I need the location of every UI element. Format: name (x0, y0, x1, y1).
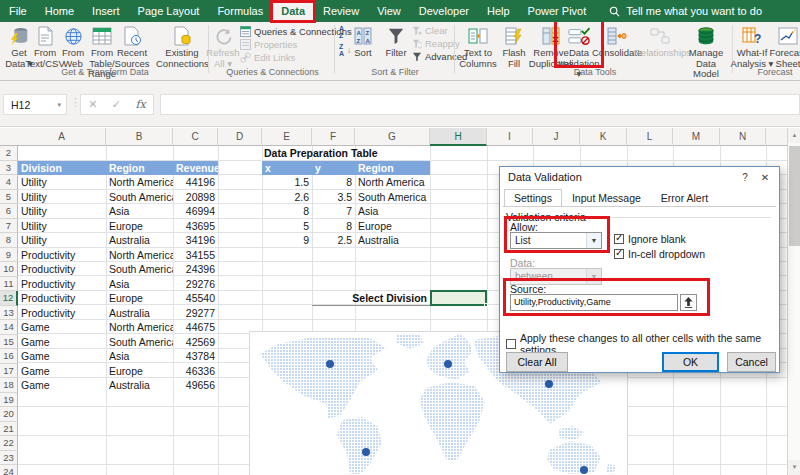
manage-data-model-button[interactable]: Manage Data Model (683, 24, 729, 80)
table-row[interactable]: 58Europe (262, 219, 430, 234)
table-cell[interactable]: South America (106, 190, 173, 205)
table-cell[interactable]: y (312, 161, 355, 176)
table-row[interactable]: ProductivityAustralia29277 (18, 306, 218, 321)
dialog-tab-error-alert[interactable]: Error Alert (651, 189, 718, 207)
scrollbar-thumb[interactable] (789, 146, 800, 246)
table-row[interactable]: 87Asia (262, 204, 430, 219)
properties-button[interactable]: Properties (240, 39, 297, 50)
table-cell[interactable]: 44675 (173, 320, 218, 335)
range-picker-button[interactable] (680, 294, 697, 311)
row-header-2[interactable]: 2 (0, 146, 18, 161)
table-cell[interactable]: 7 (312, 204, 355, 219)
table-row[interactable]: 1.58North America (262, 175, 430, 190)
table-cell[interactable]: Game (18, 320, 106, 335)
dialog-help-icon[interactable]: ? (737, 170, 753, 185)
incell-dropdown-checkbox[interactable]: In-cell dropdown (614, 248, 705, 260)
table-cell[interactable]: Europe (106, 291, 173, 306)
table-row[interactable]: 92.5Australia (262, 233, 430, 248)
column-header-N[interactable]: N (720, 128, 766, 146)
table-cell[interactable]: Utility (18, 175, 106, 190)
scroll-up-icon[interactable]: ▲ (788, 128, 800, 143)
table-cell[interactable]: Division (18, 161, 106, 176)
table-row[interactable]: UtilityAsia46994 (18, 204, 218, 219)
tab-insert[interactable]: Insert (83, 1, 129, 22)
table-row[interactable]: GameEurope46336 (18, 364, 218, 379)
table-cell[interactable]: 34155 (173, 248, 218, 263)
allow-dropdown-icon[interactable]: ▼ (586, 233, 601, 248)
table-cell[interactable]: Utility (18, 204, 106, 219)
table-cell[interactable]: North America (355, 175, 430, 190)
clear-filter-button[interactable]: Clear (412, 25, 448, 36)
table-cell[interactable]: Productivity (18, 291, 106, 306)
table-cell[interactable]: Productivity (18, 262, 106, 277)
table-cell[interactable]: Asia (106, 277, 173, 292)
tab-power-pivot[interactable]: Power Pivot (519, 1, 596, 22)
table-cell[interactable]: Asia (355, 204, 430, 219)
row-header-23[interactable]: 23 (0, 451, 18, 466)
row-header-13[interactable]: 13 (0, 306, 18, 321)
enter-entry-icon[interactable]: ✓ (112, 98, 121, 111)
table-cell[interactable]: x (262, 161, 312, 176)
row-header-3[interactable]: 3 (0, 161, 18, 176)
table-row[interactable]: GameAsia43784 (18, 349, 218, 364)
table-row[interactable]: 2.63.5South America (262, 190, 430, 205)
row-header-22[interactable]: 22 (0, 436, 18, 451)
table-cell[interactable]: 3.5 (312, 190, 355, 205)
table-cell[interactable]: 24396 (173, 262, 218, 277)
table-cell[interactable]: 2.5 (312, 233, 355, 248)
sort-button[interactable]: AZZA Sort (345, 24, 381, 59)
cancel-button[interactable]: Cancel (727, 352, 776, 372)
row-header-6[interactable]: 6 (0, 204, 18, 219)
row-header-15[interactable]: 15 (0, 335, 18, 350)
table-cell[interactable]: Game (18, 364, 106, 379)
table-cell[interactable]: 44196 (173, 175, 218, 190)
table-cell[interactable]: Europe (106, 364, 173, 379)
table-cell[interactable]: 8 (312, 219, 355, 234)
edit-links-button[interactable]: Edit Links (240, 52, 295, 63)
table-cell[interactable]: 45540 (173, 291, 218, 306)
column-header-G[interactable]: G (355, 128, 430, 146)
reapply-button[interactable]: Reapply (412, 38, 460, 49)
table-header-row[interactable]: DivisionRegionRevenue (18, 161, 218, 176)
table-cell[interactable]: 34196 (173, 233, 218, 248)
insert-function-icon[interactable]: fx (135, 98, 145, 111)
table-cell[interactable]: South America (106, 335, 173, 350)
fill-handle[interactable] (484, 303, 488, 307)
row-header-19[interactable]: 19 (0, 393, 18, 408)
tab-developer[interactable]: Developer (410, 1, 478, 22)
table-cell[interactable]: 29276 (173, 277, 218, 292)
table-cell[interactable]: North America (106, 175, 173, 190)
row-header-10[interactable]: 10 (0, 262, 18, 277)
table-cell[interactable]: 46336 (173, 364, 218, 379)
table-cell[interactable]: 2.6 (262, 190, 312, 205)
tab-review[interactable]: Review (314, 1, 368, 22)
table-cell[interactable]: 8 (312, 175, 355, 190)
allow-combo[interactable]: List ▼ (510, 232, 602, 249)
text-to-columns-button[interactable]: Text to Columns (458, 24, 498, 69)
column-header-F[interactable]: F (312, 128, 355, 146)
row-header-14[interactable]: 14 (0, 320, 18, 335)
row-header-7[interactable]: 7 (0, 219, 18, 234)
table-cell[interactable]: Australia (106, 378, 173, 393)
table-cell[interactable]: 5 (262, 219, 312, 234)
tab-file[interactable]: File (0, 1, 36, 22)
table-cell[interactable]: South America (106, 262, 173, 277)
vertical-scrollbar[interactable]: ▲ ▼ (787, 128, 800, 475)
table-cell[interactable]: 20898 (173, 190, 218, 205)
row-header-20[interactable]: 20 (0, 407, 18, 422)
table-row[interactable]: ProductivityNorth America34155 (18, 248, 218, 263)
table-cell[interactable]: 43784 (173, 349, 218, 364)
table-cell[interactable]: Productivity (18, 306, 106, 321)
table-cell[interactable]: Utility (18, 233, 106, 248)
table-row[interactable]: UtilitySouth America20898 (18, 190, 218, 205)
table-cell[interactable]: 43695 (173, 219, 218, 234)
table-cell[interactable]: 8 (262, 204, 312, 219)
table-cell[interactable]: Game (18, 378, 106, 393)
dialog-tab-settings[interactable]: Settings (504, 189, 562, 207)
table-cell[interactable]: 46994 (173, 204, 218, 219)
column-header-D[interactable]: D (218, 128, 262, 146)
table-cell[interactable]: 49656 (173, 378, 218, 393)
table-cell[interactable]: Europe (106, 219, 173, 234)
scroll-down-icon[interactable]: ▼ (788, 460, 800, 475)
selected-cell-h12[interactable] (430, 290, 487, 306)
